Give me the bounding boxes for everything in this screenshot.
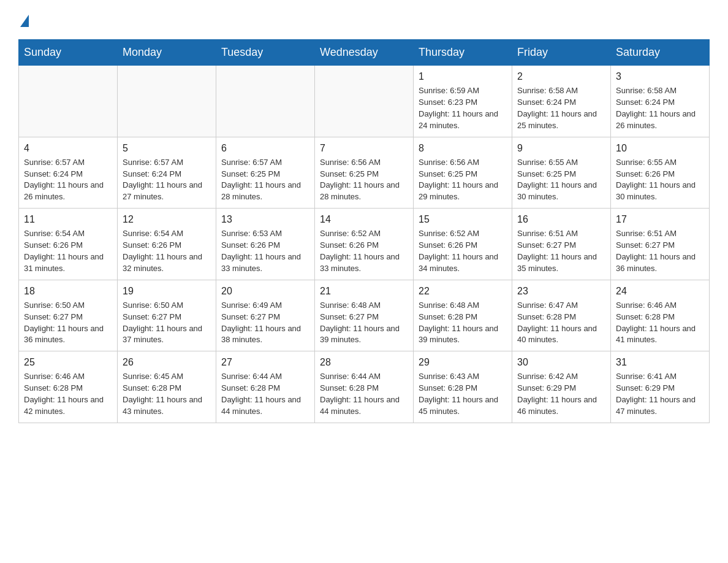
calendar-cell: 27Sunrise: 6:44 AMSunset: 6:28 PMDayligh… — [216, 351, 315, 423]
page-header — [18, 12, 710, 27]
calendar-cell — [315, 66, 414, 137]
day-number: 28 — [320, 355, 408, 369]
day-number: 7 — [320, 141, 408, 155]
calendar-cell: 8Sunrise: 6:56 AMSunset: 6:25 PMDaylight… — [414, 137, 512, 209]
day-info: Sunrise: 6:56 AMSunset: 6:25 PMDaylight:… — [419, 157, 507, 203]
day-info: Sunrise: 6:59 AMSunset: 6:23 PMDaylight:… — [419, 85, 507, 131]
day-number: 3 — [616, 69, 704, 83]
calendar-cell: 30Sunrise: 6:42 AMSunset: 6:29 PMDayligh… — [512, 351, 611, 423]
day-number: 4 — [24, 141, 112, 155]
calendar-cell: 29Sunrise: 6:43 AMSunset: 6:28 PMDayligh… — [414, 351, 512, 423]
day-number: 10 — [616, 141, 704, 155]
day-number: 16 — [517, 212, 605, 226]
day-number: 2 — [517, 69, 605, 83]
day-info: Sunrise: 6:55 AMSunset: 6:25 PMDaylight:… — [517, 157, 605, 203]
calendar-cell: 18Sunrise: 6:50 AMSunset: 6:27 PMDayligh… — [19, 280, 118, 351]
calendar-cell: 19Sunrise: 6:50 AMSunset: 6:27 PMDayligh… — [118, 280, 216, 351]
calendar-cell: 6Sunrise: 6:57 AMSunset: 6:25 PMDaylight… — [216, 137, 315, 209]
calendar-cell: 31Sunrise: 6:41 AMSunset: 6:29 PMDayligh… — [611, 351, 710, 423]
day-of-week-header: Saturday — [611, 40, 710, 66]
day-number: 5 — [123, 141, 211, 155]
day-info: Sunrise: 6:58 AMSunset: 6:24 PMDaylight:… — [517, 85, 605, 131]
day-number: 22 — [419, 284, 507, 298]
calendar-cell: 25Sunrise: 6:46 AMSunset: 6:28 PMDayligh… — [19, 351, 118, 423]
day-number: 14 — [320, 212, 408, 226]
day-number: 18 — [24, 284, 112, 298]
day-of-week-header: Thursday — [414, 40, 512, 66]
day-info: Sunrise: 6:55 AMSunset: 6:26 PMDaylight:… — [616, 157, 704, 203]
calendar-cell: 21Sunrise: 6:48 AMSunset: 6:27 PMDayligh… — [315, 280, 414, 351]
day-info: Sunrise: 6:57 AMSunset: 6:25 PMDaylight:… — [221, 157, 309, 203]
calendar-cell: 4Sunrise: 6:57 AMSunset: 6:24 PMDaylight… — [19, 137, 118, 209]
calendar-cell: 12Sunrise: 6:54 AMSunset: 6:26 PMDayligh… — [118, 209, 216, 280]
day-of-week-header: Monday — [118, 40, 216, 66]
calendar-cell: 22Sunrise: 6:48 AMSunset: 6:28 PMDayligh… — [414, 280, 512, 351]
day-info: Sunrise: 6:54 AMSunset: 6:26 PMDaylight:… — [123, 228, 211, 274]
day-number: 29 — [419, 355, 507, 369]
calendar-week-row: 11Sunrise: 6:54 AMSunset: 6:26 PMDayligh… — [19, 209, 710, 280]
day-info: Sunrise: 6:48 AMSunset: 6:27 PMDaylight:… — [320, 300, 408, 346]
day-info: Sunrise: 6:50 AMSunset: 6:27 PMDaylight:… — [123, 300, 211, 346]
day-number: 1 — [419, 69, 507, 83]
day-info: Sunrise: 6:48 AMSunset: 6:28 PMDaylight:… — [419, 300, 507, 346]
calendar-cell: 1Sunrise: 6:59 AMSunset: 6:23 PMDaylight… — [414, 66, 512, 137]
day-of-week-header: Friday — [512, 40, 611, 66]
calendar-cell: 28Sunrise: 6:44 AMSunset: 6:28 PMDayligh… — [315, 351, 414, 423]
day-number: 15 — [419, 212, 507, 226]
calendar-week-row: 1Sunrise: 6:59 AMSunset: 6:23 PMDaylight… — [19, 66, 710, 137]
day-number: 25 — [24, 355, 112, 369]
day-info: Sunrise: 6:50 AMSunset: 6:27 PMDaylight:… — [24, 300, 112, 346]
day-info: Sunrise: 6:49 AMSunset: 6:27 PMDaylight:… — [221, 300, 309, 346]
calendar-cell: 16Sunrise: 6:51 AMSunset: 6:27 PMDayligh… — [512, 209, 611, 280]
day-info: Sunrise: 6:56 AMSunset: 6:25 PMDaylight:… — [320, 157, 408, 203]
calendar-cell: 20Sunrise: 6:49 AMSunset: 6:27 PMDayligh… — [216, 280, 315, 351]
day-of-week-header: Sunday — [19, 40, 118, 66]
calendar-cell — [118, 66, 216, 137]
calendar-cell: 14Sunrise: 6:52 AMSunset: 6:26 PMDayligh… — [315, 209, 414, 280]
calendar-cell — [19, 66, 118, 137]
calendar-cell: 24Sunrise: 6:46 AMSunset: 6:28 PMDayligh… — [611, 280, 710, 351]
calendar-cell: 9Sunrise: 6:55 AMSunset: 6:25 PMDaylight… — [512, 137, 611, 209]
day-number: 19 — [123, 284, 211, 298]
calendar-cell: 23Sunrise: 6:47 AMSunset: 6:28 PMDayligh… — [512, 280, 611, 351]
day-info: Sunrise: 6:43 AMSunset: 6:28 PMDaylight:… — [419, 371, 507, 417]
calendar-header-row: SundayMondayTuesdayWednesdayThursdayFrid… — [19, 40, 710, 66]
day-info: Sunrise: 6:44 AMSunset: 6:28 PMDaylight:… — [320, 371, 408, 417]
day-number: 13 — [221, 212, 309, 226]
day-number: 31 — [616, 355, 704, 369]
calendar-cell: 13Sunrise: 6:53 AMSunset: 6:26 PMDayligh… — [216, 209, 315, 280]
logo — [18, 12, 31, 27]
calendar-cell: 17Sunrise: 6:51 AMSunset: 6:27 PMDayligh… — [611, 209, 710, 280]
day-number: 8 — [419, 141, 507, 155]
day-of-week-header: Tuesday — [216, 40, 315, 66]
calendar-table: SundayMondayTuesdayWednesdayThursdayFrid… — [18, 39, 710, 423]
calendar-cell: 7Sunrise: 6:56 AMSunset: 6:25 PMDaylight… — [315, 137, 414, 209]
day-info: Sunrise: 6:41 AMSunset: 6:29 PMDaylight:… — [616, 371, 704, 417]
day-number: 9 — [517, 141, 605, 155]
day-number: 30 — [517, 355, 605, 369]
day-number: 6 — [221, 141, 309, 155]
logo-triangle-icon — [20, 15, 29, 27]
day-info: Sunrise: 6:46 AMSunset: 6:28 PMDaylight:… — [24, 371, 112, 417]
day-number: 12 — [123, 212, 211, 226]
day-info: Sunrise: 6:53 AMSunset: 6:26 PMDaylight:… — [221, 228, 309, 274]
day-number: 20 — [221, 284, 309, 298]
day-info: Sunrise: 6:52 AMSunset: 6:26 PMDaylight:… — [419, 228, 507, 274]
calendar-cell: 5Sunrise: 6:57 AMSunset: 6:24 PMDaylight… — [118, 137, 216, 209]
day-info: Sunrise: 6:44 AMSunset: 6:28 PMDaylight:… — [221, 371, 309, 417]
calendar-cell: 15Sunrise: 6:52 AMSunset: 6:26 PMDayligh… — [414, 209, 512, 280]
calendar-week-row: 4Sunrise: 6:57 AMSunset: 6:24 PMDaylight… — [19, 137, 710, 209]
day-number: 23 — [517, 284, 605, 298]
day-info: Sunrise: 6:51 AMSunset: 6:27 PMDaylight:… — [517, 228, 605, 274]
day-number: 24 — [616, 284, 704, 298]
day-info: Sunrise: 6:46 AMSunset: 6:28 PMDaylight:… — [616, 300, 704, 346]
calendar-cell — [216, 66, 315, 137]
day-info: Sunrise: 6:57 AMSunset: 6:24 PMDaylight:… — [24, 157, 112, 203]
day-info: Sunrise: 6:54 AMSunset: 6:26 PMDaylight:… — [24, 228, 112, 274]
day-info: Sunrise: 6:51 AMSunset: 6:27 PMDaylight:… — [616, 228, 704, 274]
day-info: Sunrise: 6:47 AMSunset: 6:28 PMDaylight:… — [517, 300, 605, 346]
day-number: 21 — [320, 284, 408, 298]
calendar-cell: 10Sunrise: 6:55 AMSunset: 6:26 PMDayligh… — [611, 137, 710, 209]
day-info: Sunrise: 6:45 AMSunset: 6:28 PMDaylight:… — [123, 371, 211, 417]
day-number: 17 — [616, 212, 704, 226]
